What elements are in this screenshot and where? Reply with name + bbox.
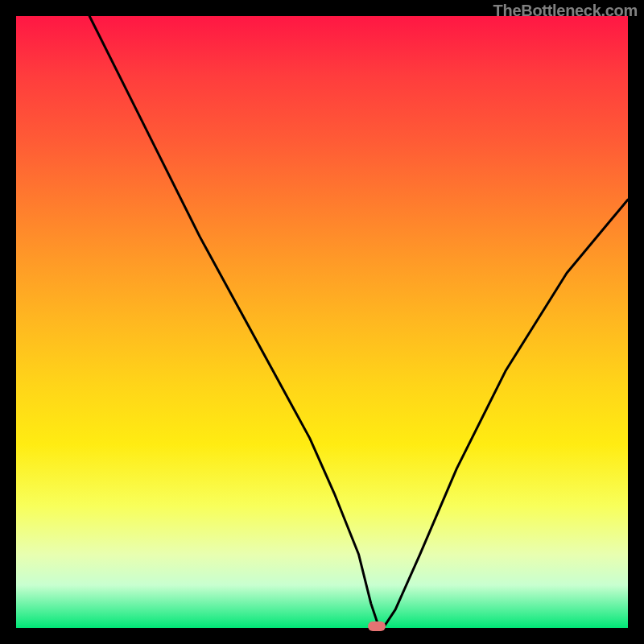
watermark-text: TheBottleneck.com bbox=[493, 2, 638, 20]
optimal-marker bbox=[368, 621, 386, 631]
chart-container: TheBottleneck.com bbox=[0, 0, 644, 644]
curve-path bbox=[89, 16, 628, 628]
plot-area bbox=[16, 16, 628, 628]
bottleneck-curve bbox=[16, 16, 628, 628]
